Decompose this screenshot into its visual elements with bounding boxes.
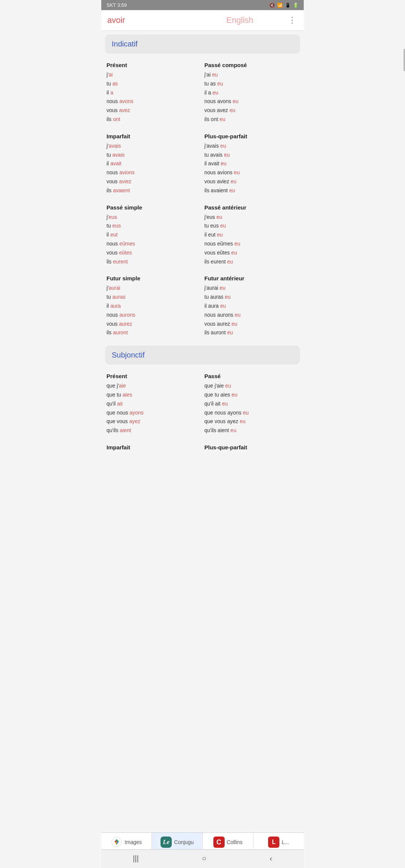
form-line: que j'aie eu (204, 382, 298, 391)
tense-grid: Présentj'aitu asil anous avonsvous avezi… (101, 57, 304, 129)
form-line: vous aviez eu (204, 177, 298, 186)
pronoun: nous (106, 241, 119, 247)
pronoun: ils auront (204, 329, 227, 335)
form-line: il aura eu (204, 302, 298, 311)
pronoun: il (106, 90, 110, 96)
tense-col-imparfait: Imparfait (106, 441, 201, 456)
pronoun: nous avions (204, 169, 234, 175)
pronoun: il eut (204, 232, 217, 238)
form-line: tu auras eu (204, 293, 298, 302)
pronoun: ils (106, 116, 113, 122)
section-header-indicatif: Indicatif (105, 34, 300, 54)
form-line: vous eûtes eu (204, 248, 298, 257)
form-line: nous aurons eu (204, 311, 298, 320)
auxiliary-form: eu (231, 321, 237, 327)
form-line: vous avez eu (204, 106, 298, 115)
auxiliary-form: eu (231, 178, 237, 184)
pronoun: vous eûtes (204, 250, 231, 256)
auxiliary-form: eu (220, 285, 226, 291)
tense-name: Plus-que-parfait (204, 133, 298, 139)
pronoun: il avait (204, 160, 221, 166)
pronoun: vous aurez (204, 321, 231, 327)
section-header-subjonctif: Subjonctif (105, 346, 300, 365)
form-line: nous eûmes (106, 239, 201, 248)
pronoun: tu eus (204, 223, 220, 229)
conjugated-verb: avait (110, 160, 122, 166)
form-line: il a eu (204, 88, 298, 97)
form-line: tu as (106, 79, 201, 88)
verb-label[interactable]: avoir (107, 15, 193, 25)
pronoun: vous (106, 250, 119, 256)
tense-col-passé-simple: Passé simplej'eustu eusil eutnous eûmesv… (106, 201, 201, 269)
conjugated-verb: aient (120, 427, 131, 433)
pronoun: que vous (106, 418, 129, 424)
pronoun: nous aurons (204, 312, 235, 318)
auxiliary-form: eu (220, 143, 226, 149)
form-line: nous avons (106, 97, 201, 106)
conjugated-verb: avais (109, 143, 121, 149)
form-line: j'avais eu (204, 142, 298, 151)
auxiliary-form: eu (216, 214, 222, 220)
auxiliary-form: eu (234, 241, 240, 247)
form-line: qu'il ait eu (204, 400, 298, 409)
pronoun: nous (106, 169, 119, 175)
pronoun: ils (106, 187, 113, 193)
pronoun: il (106, 232, 110, 238)
form-line: ils auront eu (204, 328, 298, 337)
pronoun: qu'il ait (204, 401, 222, 407)
form-line: nous avions eu (204, 168, 298, 177)
pronoun: ils avaient (204, 187, 229, 193)
form-line: que tu aies eu (204, 391, 298, 400)
conjugated-verb: ayons (130, 410, 144, 416)
status-bar: SKT 3:59 🔇 📶 📱 🔋 (101, 0, 304, 10)
pronoun: vous (106, 321, 119, 327)
tense-name: Présent (106, 62, 201, 68)
form-line: ils avaient (106, 186, 201, 195)
pronoun: qu'ils (106, 427, 120, 433)
form-line: ils eurent eu (204, 257, 298, 266)
auxiliary-form: eu (231, 392, 237, 398)
pronoun: que j'aie (204, 383, 225, 389)
tense-col-passé-composé: Passé composéj'ai eutu as euil a eunous … (204, 59, 298, 127)
form-line: j'eus eu (204, 213, 298, 222)
tense-name: Imparfait (106, 133, 201, 139)
wifi-icon: 📶 (277, 3, 283, 8)
pronoun: ils ont (204, 116, 219, 122)
form-line: tu as eu (204, 79, 298, 88)
form-line: il aura (106, 302, 201, 311)
conjugated-verb: as (112, 81, 118, 87)
pronoun: il (106, 303, 110, 309)
auxiliary-form: eu (217, 81, 223, 87)
tense-name: Présent (106, 373, 201, 379)
tense-col-passé-antérieur: Passé antérieurj'eus eutu eus euil eut e… (204, 201, 298, 269)
auxiliary-form: eu (227, 259, 233, 265)
form-line: il avait (106, 159, 201, 168)
pronoun: il (106, 160, 110, 166)
tense-col-présent: Présentque j'aieque tu aiesqu'il aitque … (106, 370, 201, 438)
tense-grid: Présentque j'aieque tu aiesqu'il aitque … (101, 368, 304, 440)
form-line: j'eus (106, 213, 201, 222)
pronoun: que nous ayons (204, 410, 243, 416)
tense-col-futur-antérieur: Futur antérieurj'aurai eutu auras euil a… (204, 272, 298, 340)
pronoun: vous (106, 107, 119, 113)
pronoun: vous aviez (204, 178, 231, 184)
pronoun: ils (106, 259, 113, 265)
tense-grid: Passé simplej'eustu eusil eutnous eûmesv… (101, 200, 304, 271)
form-line: il avait eu (204, 159, 298, 168)
language-label[interactable]: English (197, 15, 283, 25)
conjugated-verb: aie (119, 383, 126, 389)
form-line: que j'aie (106, 382, 201, 391)
auxiliary-form: eu (220, 303, 226, 309)
form-line: vous eûtes (106, 248, 201, 257)
auxiliary-form: eu (227, 329, 233, 335)
battery-icon: 🔋 (293, 3, 298, 8)
form-line: nous eûmes eu (204, 239, 298, 248)
section-title-subjonctif: Subjonctif (112, 351, 293, 359)
conjugated-verb: ait (117, 401, 123, 407)
menu-button[interactable]: ⋮ (286, 15, 298, 25)
tense-name: Imparfait (106, 444, 201, 450)
auxiliary-form: eu (213, 90, 219, 96)
pronoun: tu (106, 223, 112, 229)
tense-grid: Futur simplej'auraitu aurasil auranous a… (101, 271, 304, 342)
auxiliary-form: eu (212, 72, 218, 78)
